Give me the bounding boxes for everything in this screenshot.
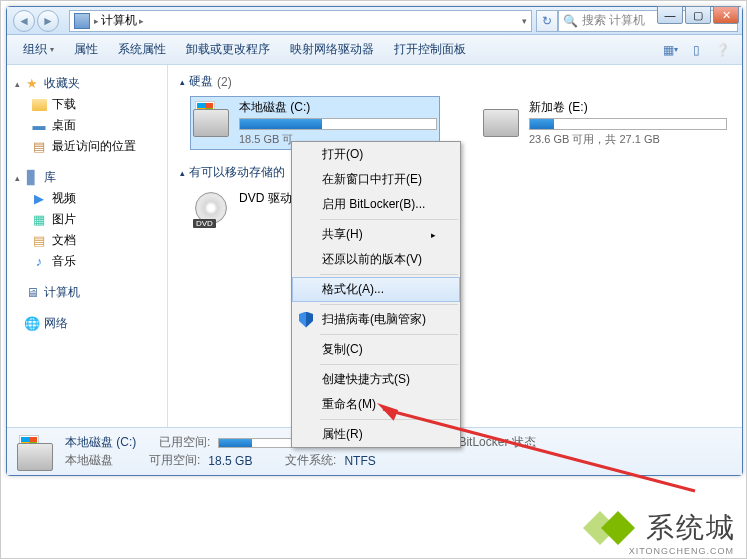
- menu-separator: [320, 419, 458, 420]
- computer-icon: [74, 13, 90, 29]
- sidebar-item-pictures[interactable]: ▦图片: [11, 209, 163, 230]
- star-icon: ★: [24, 76, 40, 92]
- refresh-button[interactable]: ↻: [536, 10, 558, 32]
- system-properties-button[interactable]: 系统属性: [110, 37, 174, 62]
- hdd-group-header[interactable]: ▴硬盘 (2): [180, 73, 730, 90]
- toolbar: 组织▾ 属性 系统属性 卸载或更改程序 映射网络驱动器 打开控制面板 ▦ ▾ ▯…: [7, 35, 742, 65]
- drive-e[interactable]: 新加卷 (E:) 23.6 GB 可用，共 27.1 GB: [480, 96, 730, 150]
- drive-name: 本地磁盘 (C:): [239, 99, 437, 116]
- close-button[interactable]: ✕: [713, 6, 739, 24]
- menu-properties[interactable]: 属性(R): [292, 422, 460, 447]
- music-icon: ♪: [31, 254, 47, 270]
- menu-restore-versions[interactable]: 还原以前的版本(V): [292, 247, 460, 272]
- desktop-icon: ▬: [31, 118, 47, 134]
- watermark: 系统城: [588, 508, 736, 548]
- favorites-group[interactable]: ▴★收藏夹: [11, 73, 163, 94]
- map-drive-button[interactable]: 映射网络驱动器: [282, 37, 382, 62]
- view-menu[interactable]: ▦ ▾: [658, 39, 682, 61]
- navigation-pane: ▴★收藏夹 下载 ▬桌面 ▤最近访问的位置 ▴▊库 ▶视频 ▦图片 ▤文档 ♪音…: [7, 65, 168, 427]
- status-usage-bar: [218, 438, 298, 448]
- menu-bitlocker[interactable]: 启用 BitLocker(B)...: [292, 192, 460, 217]
- forward-button[interactable]: ►: [37, 10, 59, 32]
- help-button[interactable]: ❔: [710, 39, 734, 61]
- preview-pane-button[interactable]: ▯: [684, 39, 708, 61]
- usage-bar: [239, 118, 437, 130]
- maximize-button[interactable]: ▢: [685, 6, 711, 24]
- sidebar-item-recent[interactable]: ▤最近访问的位置: [11, 136, 163, 157]
- organize-menu[interactable]: 组织▾: [15, 37, 62, 62]
- recent-icon: ▤: [31, 139, 47, 155]
- uninstall-button[interactable]: 卸载或更改程序: [178, 37, 278, 62]
- usage-bar: [529, 118, 727, 130]
- sidebar-item-desktop[interactable]: ▬桌面: [11, 115, 163, 136]
- menu-separator: [320, 274, 458, 275]
- breadcrumb[interactable]: ▸ 计算机 ▸: [94, 12, 518, 29]
- menu-copy[interactable]: 复制(C): [292, 337, 460, 362]
- menu-share[interactable]: 共享(H)▸: [292, 222, 460, 247]
- network-group[interactable]: ▴🌐网络: [11, 313, 163, 334]
- drive-icon: [193, 99, 233, 137]
- picture-icon: ▦: [31, 212, 47, 228]
- menu-open[interactable]: 打开(O): [292, 142, 460, 167]
- video-icon: ▶: [31, 191, 47, 207]
- computer-icon: 🖥: [24, 285, 40, 301]
- title-bar: ◄ ► ▸ 计算机 ▸ ▾ ↻ 🔍 搜索 计算机: [7, 7, 742, 35]
- folder-icon: [32, 99, 47, 111]
- computer-group[interactable]: ▴🖥计算机: [11, 282, 163, 303]
- menu-scan-virus[interactable]: 扫描病毒(电脑管家): [292, 307, 460, 332]
- back-button[interactable]: ◄: [13, 10, 35, 32]
- menu-separator: [320, 304, 458, 305]
- sidebar-item-downloads[interactable]: 下载: [11, 94, 163, 115]
- status-drive-type: 本地磁盘: [65, 452, 113, 469]
- drive-name: 新加卷 (E:): [529, 99, 727, 116]
- control-panel-button[interactable]: 打开控制面板: [386, 37, 474, 62]
- minimize-button[interactable]: —: [657, 6, 683, 24]
- network-icon: 🌐: [24, 316, 40, 332]
- libraries-group[interactable]: ▴▊库: [11, 167, 163, 188]
- drive-icon: [17, 433, 57, 471]
- window-controls: — ▢ ✕: [657, 6, 739, 24]
- menu-separator: [320, 219, 458, 220]
- drive-icon: [483, 99, 523, 137]
- dropdown-icon[interactable]: ▾: [522, 16, 527, 26]
- menu-open-new-window[interactable]: 在新窗口中打开(E): [292, 167, 460, 192]
- submenu-arrow-icon: ▸: [431, 230, 436, 240]
- menu-separator: [320, 364, 458, 365]
- dvd-icon: DVD: [193, 190, 233, 228]
- address-bar[interactable]: ▸ 计算机 ▸ ▾: [69, 10, 532, 32]
- context-menu: 打开(O) 在新窗口中打开(E) 启用 BitLocker(B)... 共享(H…: [291, 141, 461, 448]
- properties-button[interactable]: 属性: [66, 37, 106, 62]
- document-icon: ▤: [31, 233, 47, 249]
- sidebar-item-music[interactable]: ♪音乐: [11, 251, 163, 272]
- menu-create-shortcut[interactable]: 创建快捷方式(S): [292, 367, 460, 392]
- menu-format[interactable]: 格式化(A)...: [292, 277, 460, 302]
- search-icon: 🔍: [563, 14, 578, 28]
- sidebar-item-documents[interactable]: ▤文档: [11, 230, 163, 251]
- menu-rename[interactable]: 重命名(M): [292, 392, 460, 417]
- shield-icon: [298, 312, 314, 328]
- library-icon: ▊: [24, 170, 40, 186]
- drive-usage-text: 23.6 GB 可用，共 27.1 GB: [529, 132, 727, 147]
- status-drive-name: 本地磁盘 (C:): [65, 434, 136, 451]
- sidebar-item-videos[interactable]: ▶视频: [11, 188, 163, 209]
- menu-separator: [320, 334, 458, 335]
